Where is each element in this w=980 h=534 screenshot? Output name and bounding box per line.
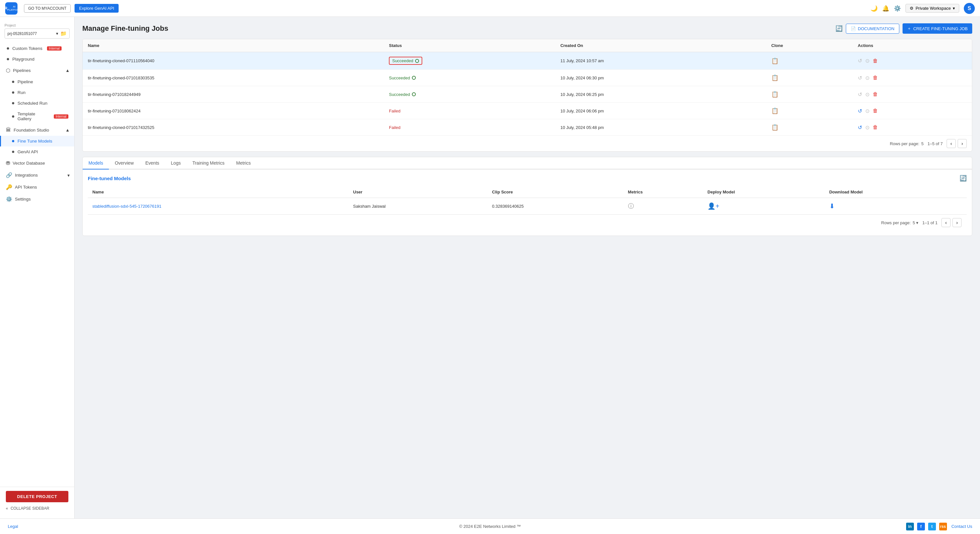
tab-models[interactable]: Models xyxy=(83,157,109,170)
sidebar-item-genai-api[interactable]: GenAI API xyxy=(0,146,74,157)
stop-icon-5[interactable]: ⊙ xyxy=(865,124,870,130)
folder-icon[interactable]: 📁 xyxy=(60,30,67,37)
sidebar-item-settings[interactable]: ⚙️ Settings xyxy=(0,193,74,205)
job-clone-3[interactable]: 📋 xyxy=(766,86,853,103)
model-metrics[interactable]: ⓘ xyxy=(624,198,703,215)
collapse-sidebar-button[interactable]: « COLLAPSE SIDEBAR xyxy=(6,506,68,511)
models-col-clip-score: Clip Score xyxy=(487,186,623,198)
sidebar-item-pipeline[interactable]: Pipeline xyxy=(0,76,74,87)
page-actions: 🔄 📄 DOCUMENTATION ＋ CREATE FINE-TUNING J… xyxy=(835,23,972,34)
footer-copyright: © 2024 E2E Networks Limited ™ xyxy=(459,524,521,529)
action-icons-4: ↺ ⊙ 🗑 xyxy=(858,108,967,114)
sidebar-item-playground[interactable]: Playground xyxy=(0,54,74,65)
clone-icon-5[interactable]: 📋 xyxy=(771,124,778,130)
sidebar-item-scheduled-run[interactable]: Scheduled Run xyxy=(0,98,74,108)
twitter-icon[interactable]: t xyxy=(928,523,936,531)
sidebar-item-custom-tokens[interactable]: Custom Tokens Internal xyxy=(0,43,74,54)
explore-genai-button[interactable]: Explore GenAI API xyxy=(75,4,119,13)
prev-page-button[interactable]: ‹ xyxy=(947,139,956,148)
job-actions-5: ↺ ⊙ 🗑 xyxy=(853,119,972,136)
foundation-studio-icon: 🏛 xyxy=(6,127,11,133)
footer-right: in f t rss Contact Us xyxy=(906,523,972,531)
model-download[interactable]: ⬇ xyxy=(825,198,967,215)
sidebar-item-fine-tune-models[interactable]: Fine Tune Models xyxy=(0,136,74,146)
sidebar-item-integrations[interactable]: 🔗 Integrations ▾ xyxy=(0,169,74,181)
rows-per-page-value[interactable]: 5 xyxy=(921,141,924,146)
rss-icon[interactable]: rss xyxy=(939,523,947,531)
next-page-button[interactable]: › xyxy=(958,139,967,148)
logo-box: TIR AI PLATFORM xyxy=(5,2,18,14)
workspace-button[interactable]: ⚙ Private Workspace ▾ xyxy=(905,4,959,13)
sidebar-item-foundation-studio[interactable]: 🏛 Foundation Studio ▲ xyxy=(0,124,74,136)
nav-dot-pipeline xyxy=(12,81,14,83)
documentation-button[interactable]: 📄 DOCUMENTATION xyxy=(846,24,899,34)
delete-icon-5[interactable]: 🗑 xyxy=(873,124,878,130)
restart-icon-5[interactable]: ↺ xyxy=(858,124,862,130)
restart-icon-2[interactable]: ↺ xyxy=(858,75,862,81)
restart-icon-1[interactable]: ↺ xyxy=(858,58,862,64)
workspace-chevron-icon: ▾ xyxy=(953,6,955,11)
tab-logs[interactable]: Logs xyxy=(165,157,186,170)
nav-dot-fine-tune xyxy=(12,140,14,142)
facebook-icon[interactable]: f xyxy=(917,523,925,531)
moon-icon[interactable]: 🌙 xyxy=(870,5,878,12)
sidebar-item-run[interactable]: Run xyxy=(0,87,74,98)
avatar[interactable]: S xyxy=(964,3,975,14)
models-prev-page-button[interactable]: ‹ xyxy=(942,218,950,227)
sidebar-label-pipeline: Pipeline xyxy=(18,79,33,84)
job-clone-4[interactable]: 📋 xyxy=(766,103,853,119)
deploy-icon[interactable]: 👤+ xyxy=(708,202,719,210)
tab-metrics[interactable]: Metrics xyxy=(231,157,257,170)
job-clone-2[interactable]: 📋 xyxy=(766,70,853,86)
stop-icon-3[interactable]: ⊙ xyxy=(865,91,870,97)
delete-icon-3[interactable]: 🗑 xyxy=(873,91,878,97)
project-dropdown-chevron: ▾ xyxy=(56,31,58,36)
footer-legal[interactable]: Legal xyxy=(8,524,18,529)
sidebar-label-custom-tokens: Custom Tokens xyxy=(12,46,43,51)
refresh-icon[interactable]: 🔄 xyxy=(835,25,843,32)
models-refresh-icon[interactable]: 🔄 xyxy=(959,175,967,182)
restart-icon-4[interactable]: ↺ xyxy=(858,108,862,114)
job-clone-1[interactable]: 📋 xyxy=(766,52,853,70)
models-next-page-button[interactable]: › xyxy=(953,218,961,227)
download-icon[interactable]: ⬇ xyxy=(829,202,835,210)
model-deploy[interactable]: 👤+ xyxy=(703,198,825,215)
sidebar-label-foundation-studio: Foundation Studio xyxy=(14,128,63,132)
model-name-link[interactable]: stablediffusion-sdxl-545-1720676191 xyxy=(92,204,161,209)
sidebar-item-template-gallery[interactable]: Template Gallery Internal xyxy=(0,108,74,124)
gear-icon[interactable]: ⚙️ xyxy=(894,5,901,12)
model-user: Saksham Jaiswal xyxy=(349,198,488,215)
contact-us-link[interactable]: Contact Us xyxy=(951,524,972,529)
sidebar-item-pipelines[interactable]: ⬡ Pipelines ▲ xyxy=(0,65,74,76)
restart-icon-3[interactable]: ↺ xyxy=(858,91,862,97)
sidebar-item-vector-database[interactable]: ⛃ Vector Database xyxy=(0,157,74,169)
stop-icon-2[interactable]: ⊙ xyxy=(865,75,870,81)
models-rows-per-page-value[interactable]: 5 ▾ xyxy=(913,220,918,225)
delete-icon-1[interactable]: 🗑 xyxy=(873,58,878,64)
clone-icon-1[interactable]: 📋 xyxy=(771,58,778,64)
sidebar-item-api-tokens[interactable]: 🔑 API Tokens xyxy=(0,181,74,193)
page-range: 1–5 of 7 xyxy=(928,141,943,146)
create-fine-tuning-job-button[interactable]: ＋ CREATE FINE-TUNING JOB xyxy=(902,23,972,34)
models-col-download: Download Model xyxy=(825,186,967,198)
sidebar-label-fine-tune-models: Fine Tune Models xyxy=(18,139,52,143)
delete-icon-2[interactable]: 🗑 xyxy=(873,75,878,81)
help-icon[interactable]: ⓘ xyxy=(628,203,634,209)
tab-events[interactable]: Events xyxy=(140,157,165,170)
job-clone-5[interactable]: 📋 xyxy=(766,119,853,136)
clone-icon-3[interactable]: 📋 xyxy=(771,91,778,97)
tab-training-metrics[interactable]: Training Metrics xyxy=(187,157,231,170)
clone-icon-2[interactable]: 📋 xyxy=(771,75,778,81)
delete-project-button[interactable]: DELETE PROJECT xyxy=(6,491,68,502)
delete-icon-4[interactable]: 🗑 xyxy=(873,108,878,114)
linkedin-icon[interactable]: in xyxy=(906,523,914,531)
bell-icon[interactable]: 🔔 xyxy=(882,5,889,12)
clone-icon-4[interactable]: 📋 xyxy=(771,108,778,114)
project-select[interactable]: prj-05281051077 ▾ 📁 xyxy=(5,29,70,38)
stop-icon-1[interactable]: ⊙ xyxy=(865,58,870,64)
models-table-body: stablediffusion-sdxl-545-1720676191 Saks… xyxy=(88,198,967,215)
stop-icon-4[interactable]: ⊙ xyxy=(865,108,870,114)
footer-social: in f t rss xyxy=(906,523,947,531)
go-to-myaccount-button[interactable]: GO TO MYACCOUNT xyxy=(24,4,71,13)
tab-overview[interactable]: Overview xyxy=(109,157,139,170)
